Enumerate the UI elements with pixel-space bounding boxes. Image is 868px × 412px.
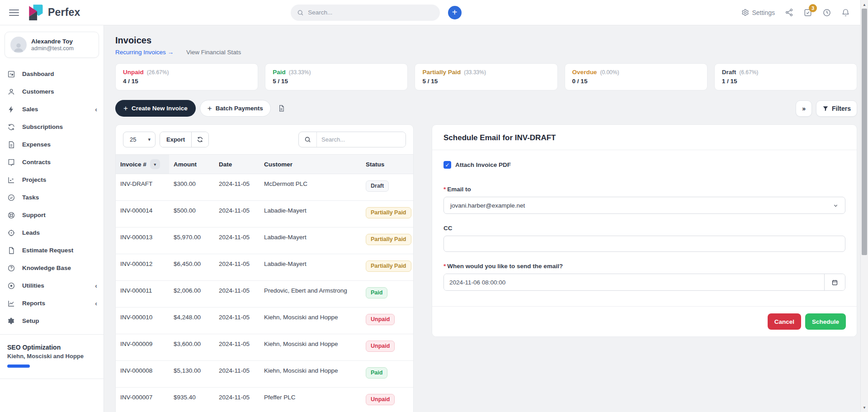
- sidebar-item-expenses[interactable]: Expenses: [0, 136, 104, 153]
- invoice-number[interactable]: INV-000014: [116, 201, 169, 227]
- page-size-select[interactable]: 25 ▾: [123, 132, 156, 147]
- stat-card-draft[interactable]: Draft(6.67%) 1 / 15: [714, 63, 857, 90]
- column-amount[interactable]: Amount: [169, 155, 214, 174]
- invoice-customer[interactable]: Labadie-Mayert: [259, 227, 361, 254]
- invoice-customer[interactable]: Kiehn, Mosciski and Hoppe: [259, 308, 361, 334]
- sidebar-item-sales[interactable]: Sales ‹: [0, 100, 104, 118]
- view-financial-stats-link[interactable]: View Financial Stats: [186, 49, 241, 56]
- cc-input[interactable]: [443, 236, 845, 252]
- global-search[interactable]: [291, 5, 440, 21]
- chevron-left-icon[interactable]: ‹: [95, 300, 97, 307]
- sort-chevron-icon[interactable]: ▾: [150, 159, 160, 169]
- stat-card-paid[interactable]: Paid(33.33%) 5 / 15: [265, 63, 408, 90]
- scroll-down-icon[interactable]: ▼: [861, 404, 868, 411]
- alerts-button[interactable]: [841, 8, 850, 17]
- column-date[interactable]: Date: [214, 155, 259, 174]
- invoice-amount: $2,006.00: [169, 281, 214, 307]
- table-search[interactable]: [298, 132, 406, 147]
- tasks-notifications-button[interactable]: 3: [803, 8, 812, 17]
- invoice-number[interactable]: INV-000008: [116, 361, 169, 387]
- table-row[interactable]: INV-000013 $5,970.00 2024-11-05 Labadie-…: [116, 227, 413, 254]
- share-button[interactable]: [785, 8, 793, 17]
- sidebar-item-reports[interactable]: Reports ‹: [0, 294, 104, 312]
- recurring-invoices-link[interactable]: Recurring Invoices →: [115, 49, 174, 56]
- cancel-button[interactable]: Cancel: [768, 313, 801, 330]
- export-pdf-button[interactable]: [278, 104, 285, 112]
- stat-card-unpaid[interactable]: Unpaid(26.67%) 4 / 15: [115, 63, 258, 90]
- attach-invoice-pdf-checkbox[interactable]: ✓ Attach Invoice PDF: [443, 161, 845, 169]
- brand-logo[interactable]: Perfex: [28, 4, 80, 21]
- user-name: Alexandre Toy: [31, 38, 74, 45]
- chevron-left-icon[interactable]: ‹: [95, 282, 97, 289]
- table-row[interactable]: INV-000012 $6,450.00 2024-11-05 Labadie-…: [116, 254, 413, 281]
- sidebar-item-contracts[interactable]: Contracts: [0, 153, 104, 171]
- invoice-number[interactable]: INV-000007: [116, 388, 169, 412]
- stat-card-partially-paid[interactable]: Partially Paid(33.33%) 5 / 15: [415, 63, 557, 90]
- invoice-customer[interactable]: Kiehn, Mosciski and Hoppe: [259, 334, 361, 360]
- table-row[interactable]: INV-000014 $500.00 2024-11-05 Labadie-Ma…: [116, 201, 413, 227]
- invoice-number[interactable]: INV-000010: [116, 308, 169, 334]
- table-row[interactable]: INV-000011 $2,006.00 2024-11-05 Predovic…: [116, 281, 413, 308]
- timers-button[interactable]: [822, 8, 831, 17]
- sidebar-item-dashboard[interactable]: Dashboard: [0, 65, 104, 83]
- invoice-customer[interactable]: Labadie-Mayert: [259, 201, 361, 227]
- topbar: Perfex + Settings 3: [0, 0, 868, 25]
- scrollbar-thumb[interactable]: [862, 9, 867, 255]
- quick-add-button[interactable]: +: [448, 6, 462, 19]
- filters-button[interactable]: Filters: [816, 100, 857, 117]
- sidebar-item-utilities[interactable]: Utilities ‹: [0, 277, 104, 294]
- email-to-select[interactable]: jovani.harber@example.net: [443, 197, 845, 214]
- invoice-customer[interactable]: Pfeffer PLC: [259, 388, 361, 412]
- chevron-left-icon[interactable]: ‹: [95, 106, 97, 113]
- table-row[interactable]: INV-000009 $3,600.00 2024-11-05 Kiehn, M…: [116, 334, 413, 361]
- sidebar-item-subscriptions[interactable]: Subscriptions: [0, 118, 104, 136]
- sidebar-item-projects[interactable]: Projects: [0, 171, 104, 189]
- page-scrollbar[interactable]: ▲ ▼: [860, 0, 868, 412]
- profile-card[interactable]: Alexandre Toy admin@test.com: [5, 32, 99, 58]
- invoice-number[interactable]: INV-DRAFT: [116, 174, 169, 200]
- export-button[interactable]: Export: [160, 132, 191, 147]
- schedule-button[interactable]: Schedule: [805, 313, 846, 330]
- invoice-number[interactable]: INV-000013: [116, 227, 169, 254]
- table-row[interactable]: INV-DRAFT $300.00 2024-11-05 McDermott P…: [116, 174, 413, 201]
- send-datetime-input[interactable]: [444, 274, 824, 290]
- invoice-number[interactable]: INV-000009: [116, 334, 169, 360]
- checkbox-checked-icon[interactable]: ✓: [443, 161, 451, 169]
- reports-icon: [7, 299, 15, 308]
- notification-count-badge: 3: [809, 4, 817, 12]
- invoice-customer[interactable]: McDermott PLC: [259, 174, 361, 200]
- table-search-input[interactable]: [316, 132, 406, 147]
- invoice-customer[interactable]: Kiehn, Mosciski and Hoppe: [259, 361, 361, 387]
- sidebar-item-leads[interactable]: Leads: [0, 224, 104, 242]
- sidebar-item-tasks[interactable]: Tasks: [0, 189, 104, 206]
- calendar-picker-button[interactable]: [824, 274, 845, 290]
- invoice-customer[interactable]: Predovic, Ebert and Armstrong: [259, 281, 361, 307]
- batch-payments-button[interactable]: + Batch Payments: [200, 100, 271, 117]
- sidebar-item-estimate-request[interactable]: Estimate Request: [0, 242, 104, 259]
- hamburger-menu-icon[interactable]: [9, 9, 19, 16]
- sidebar-item-customers[interactable]: Customers: [0, 83, 104, 100]
- invoice-number[interactable]: INV-000011: [116, 281, 169, 307]
- scroll-up-icon[interactable]: ▲: [861, 1, 868, 8]
- status-badge: Paid: [366, 367, 387, 379]
- invoice-number[interactable]: INV-000012: [116, 254, 169, 280]
- refresh-button[interactable]: [191, 132, 208, 147]
- sidebar-item-support[interactable]: Support: [0, 206, 104, 224]
- column-invoice[interactable]: Invoice # ▾: [116, 155, 169, 174]
- dashboard-icon: [7, 70, 15, 78]
- table-row[interactable]: INV-000007 $935.40 2024-11-05 Pfeffer PL…: [116, 388, 413, 412]
- stat-card-overdue[interactable]: Overdue(0.00%) 0 / 15: [565, 63, 708, 90]
- global-search-input[interactable]: [308, 9, 433, 16]
- create-new-invoice-button[interactable]: + Create New Invoice: [115, 100, 196, 117]
- column-customer[interactable]: Customer: [259, 155, 361, 174]
- table-row[interactable]: INV-000008 $5,130.00 2024-11-05 Kiehn, M…: [116, 361, 413, 388]
- sidebar-item-knowledge-base[interactable]: Knowledge Base: [0, 259, 104, 277]
- settings-button[interactable]: Settings: [741, 9, 775, 16]
- sidebar-item-setup[interactable]: Setup: [0, 312, 104, 330]
- sidebar-project[interactable]: SEO Optimization Kiehn, Mosciski and Hop…: [0, 339, 104, 374]
- invoice-customer[interactable]: Labadie-Mayert: [259, 254, 361, 280]
- toggle-columns-button[interactable]: »: [796, 100, 812, 117]
- email-to-label: *Email to: [443, 186, 845, 193]
- table-row[interactable]: INV-000010 $4,248.00 2024-11-05 Kiehn, M…: [116, 308, 413, 334]
- column-status[interactable]: Status: [361, 155, 413, 174]
